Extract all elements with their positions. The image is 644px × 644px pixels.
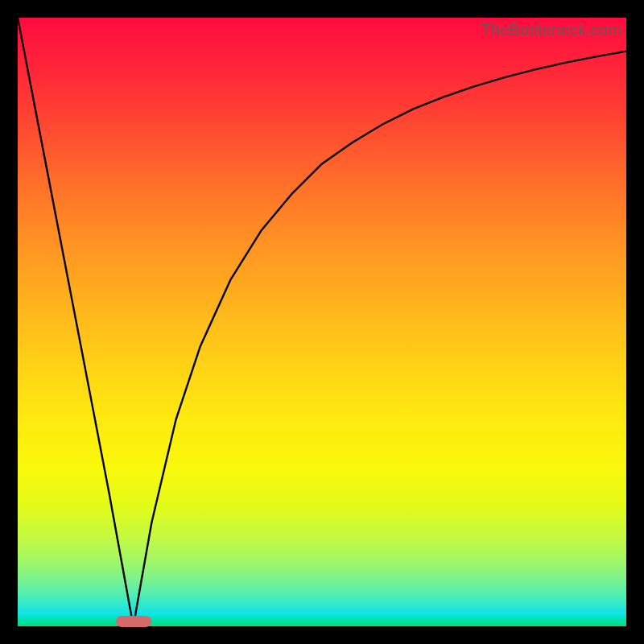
chart-frame: TheBottleneck.com [0, 0, 644, 644]
optimal-point-marker [116, 616, 151, 627]
plot-area: TheBottleneck.com [18, 18, 626, 626]
bottleneck-curve [18, 18, 626, 626]
curve-path [18, 18, 626, 626]
